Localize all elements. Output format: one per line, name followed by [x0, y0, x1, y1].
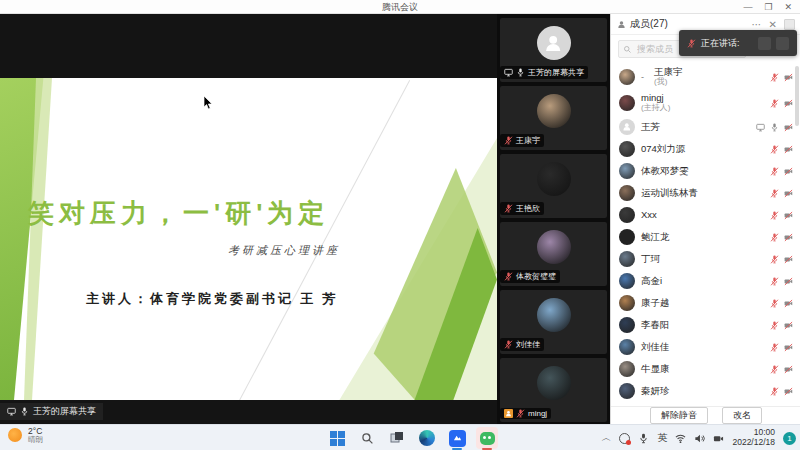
slide-presenter: 主讲人：体育学院党委副书记 王 芳 [86, 290, 339, 308]
mic-icon[interactable] [638, 433, 649, 444]
member-name: 康子越 [641, 298, 670, 308]
member-row[interactable]: Xxx [611, 204, 800, 226]
close-icon[interactable]: ✕ [769, 19, 777, 30]
member-row[interactable]: 运动训练林青 [611, 182, 800, 204]
video-tile-strip: 王芳的屏幕共享王康宇王艳欣体教贺璧璧刘佳佳mingj [497, 14, 610, 424]
slide-subtitle: 考研减压心理讲座 [228, 243, 340, 258]
shared-screen-area: 笑对压力，一'研'为定 考研减压心理讲座 主讲人：体育学院党委副书记 王 芳 王… [0, 14, 497, 424]
member-row[interactable]: 074刘力源 [611, 138, 800, 160]
mic-muted-icon [770, 343, 779, 352]
camera-icon[interactable] [713, 433, 724, 444]
video-tile[interactable]: mingj [500, 358, 607, 422]
avatar [619, 185, 635, 201]
minimize-button[interactable]: — [743, 2, 752, 12]
taskbar-clock[interactable]: 10:00 2022/12/18 [732, 428, 775, 448]
mic-muted-icon [770, 255, 779, 264]
avatar [619, 229, 635, 245]
notification-badge[interactable]: 1 [783, 432, 796, 445]
camera-muted-icon [784, 387, 793, 396]
wifi-icon[interactable] [675, 433, 686, 444]
member-row[interactable]: 李春阳 [611, 314, 800, 336]
search-icon[interactable] [356, 427, 378, 449]
member-row[interactable]: 鲍江龙 [611, 226, 800, 248]
camera-muted-icon [784, 299, 793, 308]
unmute-button[interactable]: 解除静音 [650, 407, 708, 424]
window-controls: — ❐ ✕ [743, 0, 792, 14]
chevron-up-icon[interactable]: ︿ [601, 431, 611, 445]
camera-muted-icon [784, 189, 793, 198]
taskbar-weather-widget[interactable]: 2°C 晴朗 [8, 427, 43, 444]
avatar [537, 230, 571, 264]
member-name: 牛显康 [641, 364, 670, 374]
camera-muted-icon [784, 73, 793, 82]
avatar [537, 162, 571, 196]
members-panel-title: 成员(27) [630, 17, 668, 31]
rename-button[interactable]: 改名 [722, 407, 762, 424]
mic-muted-icon [770, 299, 779, 308]
member-list: -王康宇(我)mingj(主持人)王芳074刘力源体教邓梦雯运动训练林青Xxx鲍… [611, 64, 800, 404]
avatar [537, 298, 571, 332]
member-name: 李春阳 [641, 320, 670, 330]
member-name: 王芳 [641, 122, 660, 132]
start-icon[interactable] [326, 427, 348, 449]
member-name-prefix: - [641, 72, 644, 82]
avatar [537, 366, 571, 400]
mic-icon [516, 68, 525, 77]
sun-icon [8, 428, 22, 442]
video-tile[interactable]: 王艳欣 [500, 154, 607, 218]
avatar [619, 251, 635, 267]
popout-icon[interactable] [784, 19, 795, 30]
avatar [619, 317, 635, 333]
video-tile[interactable]: 王康宇 [500, 86, 607, 150]
member-row[interactable]: 体教邓梦雯 [611, 160, 800, 182]
speaker-avatar [758, 37, 771, 50]
member-row[interactable]: 高金i [611, 270, 800, 292]
window-titlebar: 腾讯会议 — ❐ ✕ [0, 0, 800, 14]
speaker-icon[interactable] [694, 433, 705, 444]
mic-muted-icon [504, 136, 513, 145]
camera-muted-icon [784, 277, 793, 286]
member-row[interactable]: 刘佳佳 [611, 336, 800, 358]
mic-muted-icon [770, 73, 779, 82]
avatar [619, 95, 635, 111]
member-row[interactable]: 康子越 [611, 292, 800, 314]
members-panel-footer: 解除静音 改名 [611, 406, 800, 424]
ime-indicator[interactable]: 英 [657, 431, 667, 445]
close-button[interactable]: ✕ [784, 2, 792, 12]
member-list-scrollbar[interactable] [795, 66, 799, 126]
video-tile[interactable]: 刘佳佳 [500, 290, 607, 354]
mic-muted-icon [770, 233, 779, 242]
member-role: (我) [654, 78, 683, 87]
member-row[interactable]: 牛显康 [611, 358, 800, 380]
member-row[interactable]: 王芳 [611, 116, 800, 138]
camera-muted-icon [784, 145, 793, 154]
camera-muted-icon [784, 255, 793, 264]
edge-icon[interactable] [416, 427, 438, 449]
mic-muted-icon [770, 189, 779, 198]
member-row[interactable]: 丁珂 [611, 248, 800, 270]
video-tile[interactable]: 体教贺璧璧 [500, 222, 607, 286]
record-icon[interactable] [619, 433, 630, 444]
members-panel: 成员(27) ⋯ ✕ 正在讲话: -王康宇(我)mingj(主持人)王芳074刘… [610, 14, 800, 424]
tencent-meeting-icon[interactable] [446, 427, 468, 449]
avatar [619, 383, 635, 399]
task-view-icon[interactable] [386, 427, 408, 449]
camera-muted-icon [784, 167, 793, 176]
avatar [619, 361, 635, 377]
member-row[interactable]: 秦妍珍 [611, 380, 800, 402]
mic-muted-icon [687, 39, 696, 48]
more-icon[interactable]: ⋯ [752, 19, 762, 30]
member-row[interactable]: -王康宇(我) [611, 64, 800, 90]
speaker-avatar [776, 37, 789, 50]
wechat-icon[interactable] [476, 427, 498, 449]
member-name: 秦妍珍 [641, 386, 670, 396]
member-name: 鲍江龙 [641, 232, 670, 242]
clock-date: 2022/12/18 [732, 438, 775, 448]
mic-muted-icon [504, 272, 513, 281]
taskbar-tray: ︿ 英 10:00 2022/12/18 1 [601, 425, 796, 450]
video-tile[interactable]: 王芳的屏幕共享 [500, 18, 607, 82]
member-row[interactable]: mingj(主持人) [611, 90, 800, 116]
avatar [537, 26, 571, 60]
mic-muted-icon [770, 277, 779, 286]
maximize-button[interactable]: ❐ [764, 2, 772, 12]
